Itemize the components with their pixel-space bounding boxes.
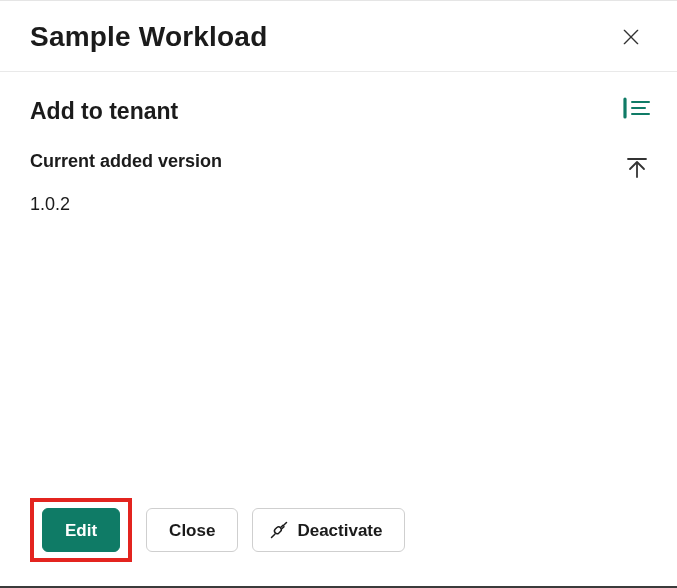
version-label: Current added version [30, 151, 647, 172]
dialog-panel: Sample Workload Add to tenant Current ad… [0, 0, 677, 588]
edit-button-label: Edit [65, 522, 97, 539]
close-footer-button[interactable]: Close [146, 508, 238, 552]
list-settings-icon [623, 96, 651, 120]
dialog-body: Add to tenant Current added version 1.0.… [0, 72, 677, 490]
dialog-title: Sample Workload [30, 21, 267, 53]
edit-button[interactable]: Edit [42, 508, 120, 552]
edit-highlight-box: Edit [30, 498, 132, 562]
close-icon [621, 27, 641, 47]
dialog-footer: Edit Close Deactivate [0, 490, 677, 586]
close-footer-button-label: Close [169, 522, 215, 539]
deactivate-button[interactable]: Deactivate [252, 508, 405, 552]
unplug-icon [269, 520, 289, 540]
scroll-to-top-icon [625, 156, 649, 180]
side-rail [619, 92, 655, 184]
dialog-header: Sample Workload [0, 1, 677, 72]
scroll-to-top-button[interactable] [621, 152, 653, 184]
version-value: 1.0.2 [30, 194, 647, 215]
deactivate-button-label: Deactivate [297, 522, 382, 539]
close-button[interactable] [615, 21, 647, 53]
section-title: Add to tenant [30, 98, 647, 125]
list-settings-button[interactable] [619, 92, 655, 124]
